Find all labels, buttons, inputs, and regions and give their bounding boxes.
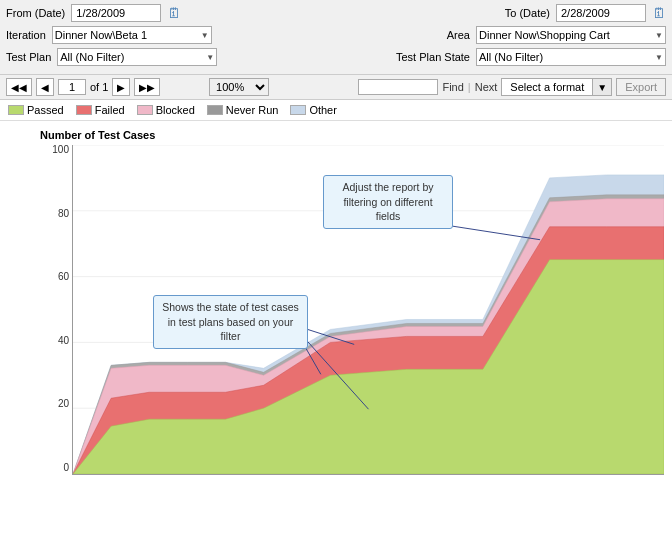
test-plan-state-select-wrapper: All (No Filter) <box>476 48 666 66</box>
first-page-button[interactable]: ◀◀ <box>6 78 32 96</box>
y-label-80: 80 <box>40 209 72 219</box>
next-find-button[interactable]: Next <box>475 81 498 93</box>
iteration-select[interactable]: Dinner Now\Beta 1 <box>52 26 212 44</box>
passed-color-swatch <box>8 105 24 115</box>
legend-never-run: Never Run <box>207 104 279 116</box>
y-label-40: 40 <box>40 336 72 346</box>
to-date-input[interactable] <box>556 4 646 22</box>
find-input[interactable] <box>358 79 438 95</box>
test-plan-select[interactable]: All (No Filter) <box>57 48 217 66</box>
callout-adjust-report: Adjust the report by filtering on differ… <box>323 175 453 229</box>
toolbar-row-2: Iteration Dinner Now\Beta 1 Area Dinner … <box>6 26 666 44</box>
failed-color-swatch <box>76 105 92 115</box>
format-dropdown-button[interactable]: ▼ <box>592 78 612 96</box>
callout-shows-state: Shows the state of test cases in test pl… <box>153 295 308 349</box>
prev-page-button[interactable]: ◀ <box>36 78 54 96</box>
toolbar-row-1: From (Date) 🗓 To (Date) 🗓 <box>6 4 666 22</box>
failed-label: Failed <box>95 104 125 116</box>
legend-other: Other <box>290 104 337 116</box>
area-select[interactable]: Dinner Now\Shopping Cart <box>476 26 666 44</box>
from-date-label: From (Date) <box>6 7 65 19</box>
blocked-color-swatch <box>137 105 153 115</box>
last-page-button[interactable]: ▶▶ <box>134 78 160 96</box>
zoom-select[interactable]: 100% <box>209 78 269 96</box>
from-calendar-icon[interactable]: 🗓 <box>167 5 181 21</box>
chart-area: Number of Test Cases 0 20 40 60 80 100 <box>0 121 672 511</box>
find-divider: | <box>468 81 471 93</box>
legend-passed: Passed <box>8 104 64 116</box>
y-label-60: 60 <box>40 272 72 282</box>
test-plan-label: Test Plan <box>6 51 51 63</box>
to-calendar-icon[interactable]: 🗓 <box>652 5 666 21</box>
page-of-text: of 1 <box>90 81 108 93</box>
next-page-button[interactable]: ▶ <box>112 78 130 96</box>
toolbar-row-3: Test Plan All (No Filter) Test Plan Stat… <box>6 48 666 66</box>
pagination-bar: ◀◀ ◀ of 1 ▶ ▶▶ 100% Find | Next Select a… <box>0 75 672 100</box>
y-label-100: 100 <box>40 145 72 155</box>
area-select-wrapper: Dinner Now\Shopping Cart <box>476 26 666 44</box>
blocked-label: Blocked <box>156 104 195 116</box>
other-label: Other <box>309 104 337 116</box>
format-wrapper: Select a format ▼ <box>501 78 612 96</box>
chart-title: Number of Test Cases <box>40 129 664 141</box>
legend-blocked: Blocked <box>137 104 195 116</box>
passed-label: Passed <box>27 104 64 116</box>
export-button[interactable]: Export <box>616 78 666 96</box>
from-date-input[interactable] <box>71 4 161 22</box>
legend: Passed Failed Blocked Never Run Other <box>0 100 672 121</box>
other-color-swatch <box>290 105 306 115</box>
find-button[interactable]: Find <box>442 81 463 93</box>
never-run-color-swatch <box>207 105 223 115</box>
iteration-select-wrapper: Dinner Now\Beta 1 <box>52 26 212 44</box>
callout-adjust-text: Adjust the report by filtering on differ… <box>342 181 433 222</box>
legend-failed: Failed <box>76 104 125 116</box>
page-number-input[interactable] <box>58 79 86 95</box>
never-run-label: Never Run <box>226 104 279 116</box>
format-select-button[interactable]: Select a format <box>501 78 592 96</box>
to-date-label: To (Date) <box>505 7 550 19</box>
area-label: Area <box>447 29 470 41</box>
test-plan-state-select[interactable]: All (No Filter) <box>476 48 666 66</box>
toolbar: From (Date) 🗓 To (Date) 🗓 Iteration Dinn… <box>0 0 672 75</box>
callout-shows-text: Shows the state of test cases in test pl… <box>162 301 299 342</box>
iteration-label: Iteration <box>6 29 46 41</box>
test-plan-select-wrapper: All (No Filter) <box>57 48 217 66</box>
y-label-20: 20 <box>40 399 72 409</box>
y-label-0: 0 <box>40 463 72 473</box>
test-plan-state-label: Test Plan State <box>396 51 470 63</box>
